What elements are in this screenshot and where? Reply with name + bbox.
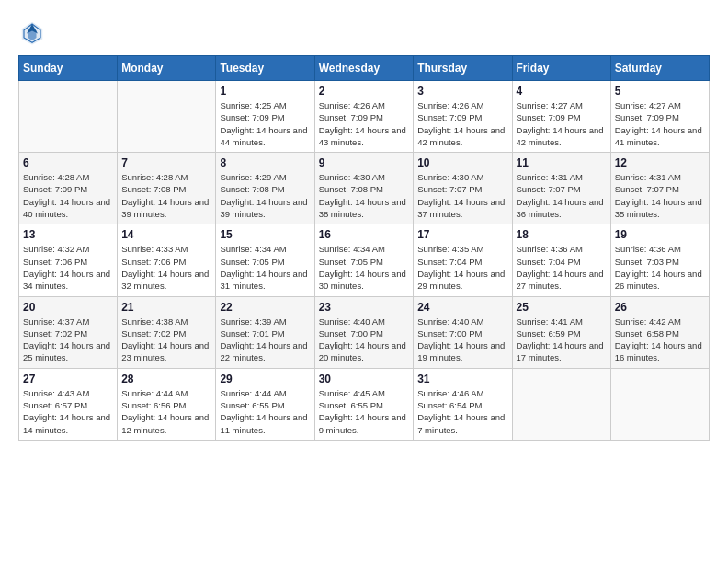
cell-info: Sunrise: 4:44 AM Sunset: 6:55 PM Dayligh… (220, 387, 310, 436)
day-number: 7 (121, 156, 211, 169)
calendar-cell: 23Sunrise: 4:40 AM Sunset: 7:00 PM Dayli… (314, 296, 414, 368)
weekday-header-sunday: Sunday (19, 56, 118, 81)
cell-info: Sunrise: 4:39 AM Sunset: 7:01 PM Dayligh… (220, 316, 310, 364)
day-number: 5 (615, 85, 705, 98)
calendar-cell: 3Sunrise: 4:26 AM Sunset: 7:09 PM Daylig… (414, 81, 512, 153)
calendar-week-3: 13Sunrise: 4:32 AM Sunset: 7:06 PM Dayli… (19, 224, 710, 296)
cell-info: Sunrise: 4:25 AM Sunset: 7:09 PM Dayligh… (220, 99, 310, 148)
day-number: 21 (121, 301, 211, 314)
cell-info: Sunrise: 4:45 AM Sunset: 6:55 PM Dayligh… (319, 387, 410, 436)
day-number: 2 (319, 85, 410, 98)
cell-info: Sunrise: 4:28 AM Sunset: 7:08 PM Dayligh… (121, 171, 211, 220)
day-number: 24 (417, 301, 507, 314)
calendar-week-4: 20Sunrise: 4:37 AM Sunset: 7:02 PM Dayli… (19, 296, 710, 368)
day-number: 3 (417, 85, 507, 98)
cell-info: Sunrise: 4:26 AM Sunset: 7:09 PM Dayligh… (319, 99, 410, 148)
cell-info: Sunrise: 4:46 AM Sunset: 6:54 PM Dayligh… (417, 387, 507, 436)
cell-info: Sunrise: 4:27 AM Sunset: 7:09 PM Dayligh… (615, 99, 705, 148)
calendar-cell: 4Sunrise: 4:27 AM Sunset: 7:09 PM Daylig… (512, 81, 610, 153)
cell-info: Sunrise: 4:30 AM Sunset: 7:08 PM Dayligh… (319, 171, 410, 220)
cell-info: Sunrise: 4:36 AM Sunset: 7:03 PM Dayligh… (615, 243, 705, 292)
weekday-header-friday: Friday (512, 56, 610, 81)
calendar-cell: 22Sunrise: 4:39 AM Sunset: 7:01 PM Dayli… (216, 296, 314, 368)
day-number: 19 (615, 228, 705, 241)
cell-info: Sunrise: 4:34 AM Sunset: 7:05 PM Dayligh… (220, 243, 310, 292)
cell-info: Sunrise: 4:31 AM Sunset: 7:07 PM Dayligh… (517, 171, 607, 220)
cell-info: Sunrise: 4:30 AM Sunset: 7:07 PM Dayligh… (417, 171, 507, 220)
calendar-cell: 20Sunrise: 4:37 AM Sunset: 7:02 PM Dayli… (19, 296, 118, 368)
day-number: 18 (517, 228, 607, 241)
day-number: 27 (23, 373, 113, 385)
cell-info: Sunrise: 4:33 AM Sunset: 7:06 PM Dayligh… (121, 243, 211, 292)
weekday-header-monday: Monday (118, 56, 216, 81)
calendar-cell (512, 368, 610, 440)
day-number: 15 (220, 228, 310, 241)
calendar-cell: 6Sunrise: 4:28 AM Sunset: 7:09 PM Daylig… (19, 153, 118, 224)
weekday-header-row: SundayMondayTuesdayWednesdayThursdayFrid… (19, 56, 710, 81)
day-number: 25 (517, 301, 607, 314)
calendar-table: SundayMondayTuesdayWednesdayThursdayFrid… (18, 55, 710, 441)
calendar-cell: 2Sunrise: 4:26 AM Sunset: 7:09 PM Daylig… (314, 81, 414, 153)
day-number: 11 (517, 156, 607, 169)
calendar-week-1: 1Sunrise: 4:25 AM Sunset: 7:09 PM Daylig… (19, 81, 710, 153)
day-number: 17 (417, 228, 507, 241)
day-number: 30 (319, 373, 410, 385)
calendar-cell: 7Sunrise: 4:28 AM Sunset: 7:08 PM Daylig… (118, 153, 216, 224)
cell-info: Sunrise: 4:32 AM Sunset: 7:06 PM Dayligh… (23, 243, 113, 292)
calendar-cell: 17Sunrise: 4:35 AM Sunset: 7:04 PM Dayli… (414, 224, 512, 296)
day-number: 1 (220, 85, 310, 98)
weekday-header-tuesday: Tuesday (216, 56, 314, 81)
cell-info: Sunrise: 4:41 AM Sunset: 6:59 PM Dayligh… (517, 316, 607, 364)
calendar-cell: 10Sunrise: 4:30 AM Sunset: 7:07 PM Dayli… (414, 153, 512, 224)
cell-info: Sunrise: 4:31 AM Sunset: 7:07 PM Dayligh… (615, 171, 705, 220)
calendar-cell: 8Sunrise: 4:29 AM Sunset: 7:08 PM Daylig… (216, 153, 314, 224)
calendar-cell: 21Sunrise: 4:38 AM Sunset: 7:02 PM Dayli… (118, 296, 216, 368)
day-number: 26 (615, 301, 705, 314)
cell-info: Sunrise: 4:40 AM Sunset: 7:00 PM Dayligh… (319, 316, 410, 364)
day-number: 9 (319, 156, 410, 169)
cell-info: Sunrise: 4:44 AM Sunset: 6:56 PM Dayligh… (121, 387, 211, 436)
day-number: 14 (121, 228, 211, 241)
day-number: 13 (23, 228, 113, 241)
calendar-cell: 30Sunrise: 4:45 AM Sunset: 6:55 PM Dayli… (314, 368, 414, 440)
calendar-cell: 15Sunrise: 4:34 AM Sunset: 7:05 PM Dayli… (216, 224, 314, 296)
calendar-cell (118, 81, 216, 153)
cell-info: Sunrise: 4:43 AM Sunset: 6:57 PM Dayligh… (23, 387, 113, 436)
cell-info: Sunrise: 4:26 AM Sunset: 7:09 PM Dayligh… (417, 99, 507, 148)
day-number: 23 (319, 301, 410, 314)
calendar-cell: 19Sunrise: 4:36 AM Sunset: 7:03 PM Dayli… (610, 224, 709, 296)
day-number: 12 (615, 156, 705, 169)
page-header (18, 18, 710, 46)
calendar-cell: 16Sunrise: 4:34 AM Sunset: 7:05 PM Dayli… (314, 224, 414, 296)
day-number: 16 (319, 228, 410, 241)
calendar-cell: 13Sunrise: 4:32 AM Sunset: 7:06 PM Dayli… (19, 224, 118, 296)
calendar-cell: 5Sunrise: 4:27 AM Sunset: 7:09 PM Daylig… (610, 81, 709, 153)
calendar-week-5: 27Sunrise: 4:43 AM Sunset: 6:57 PM Dayli… (19, 368, 710, 440)
weekday-header-saturday: Saturday (610, 56, 709, 81)
cell-info: Sunrise: 4:29 AM Sunset: 7:08 PM Dayligh… (220, 171, 310, 220)
calendar-week-2: 6Sunrise: 4:28 AM Sunset: 7:09 PM Daylig… (19, 153, 710, 224)
day-number: 4 (517, 85, 607, 98)
cell-info: Sunrise: 4:27 AM Sunset: 7:09 PM Dayligh… (517, 99, 607, 148)
calendar-cell (610, 368, 709, 440)
calendar-cell: 28Sunrise: 4:44 AM Sunset: 6:56 PM Dayli… (118, 368, 216, 440)
calendar-cell: 18Sunrise: 4:36 AM Sunset: 7:04 PM Dayli… (512, 224, 610, 296)
logo-icon (18, 18, 46, 46)
day-number: 22 (220, 301, 310, 314)
calendar-cell: 14Sunrise: 4:33 AM Sunset: 7:06 PM Dayli… (118, 224, 216, 296)
cell-info: Sunrise: 4:38 AM Sunset: 7:02 PM Dayligh… (121, 316, 211, 364)
cell-info: Sunrise: 4:28 AM Sunset: 7:09 PM Dayligh… (23, 171, 113, 220)
day-number: 6 (23, 156, 113, 169)
cell-info: Sunrise: 4:34 AM Sunset: 7:05 PM Dayligh… (319, 243, 410, 292)
cell-info: Sunrise: 4:35 AM Sunset: 7:04 PM Dayligh… (417, 243, 507, 292)
calendar-cell (19, 81, 118, 153)
weekday-header-thursday: Thursday (414, 56, 512, 81)
cell-info: Sunrise: 4:40 AM Sunset: 7:00 PM Dayligh… (417, 316, 507, 364)
day-number: 20 (23, 301, 113, 314)
calendar-cell: 31Sunrise: 4:46 AM Sunset: 6:54 PM Dayli… (414, 368, 512, 440)
calendar-cell: 24Sunrise: 4:40 AM Sunset: 7:00 PM Dayli… (414, 296, 512, 368)
calendar-cell: 27Sunrise: 4:43 AM Sunset: 6:57 PM Dayli… (19, 368, 118, 440)
calendar-cell: 1Sunrise: 4:25 AM Sunset: 7:09 PM Daylig… (216, 81, 314, 153)
calendar-cell: 11Sunrise: 4:31 AM Sunset: 7:07 PM Dayli… (512, 153, 610, 224)
calendar-cell: 9Sunrise: 4:30 AM Sunset: 7:08 PM Daylig… (314, 153, 414, 224)
